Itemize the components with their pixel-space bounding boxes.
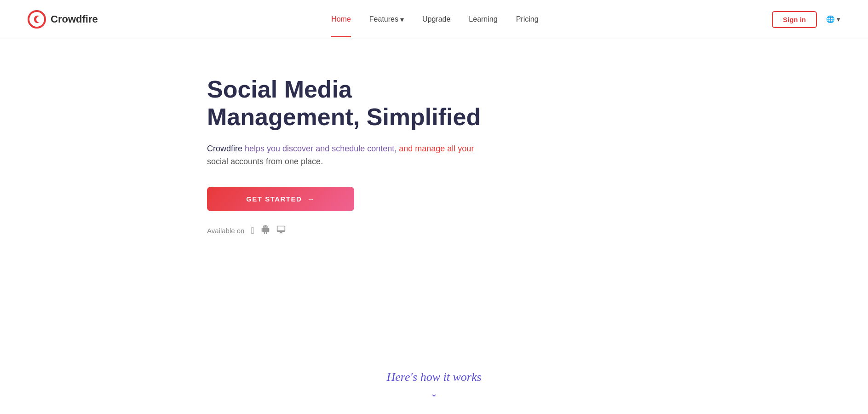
hero-subtitle-part2: helps you discover and schedule content, — [245, 144, 399, 153]
nav-item-learning[interactable]: Learning — [469, 15, 497, 23]
hero-title: Social Media Management, Simplified — [207, 76, 483, 131]
get-started-arrow: → — [307, 195, 315, 203]
sign-in-button[interactable]: Sign in — [772, 11, 817, 28]
nav-item-home[interactable]: Home — [331, 15, 351, 23]
brand-name: Crowdfire — [51, 13, 98, 25]
available-on-label: Available on — [207, 227, 244, 235]
language-selector[interactable]: 🌐 ▾ — [826, 15, 840, 23]
apple-icon:  — [251, 225, 254, 236]
hero-subtitle-brand: Crowdfire — [207, 144, 242, 153]
globe-icon: 🌐 — [826, 15, 835, 23]
logo-area[interactable]: Crowdfire — [28, 10, 98, 29]
crowdfire-logo-icon — [28, 10, 46, 29]
how-it-works-title: Here's how it works — [386, 370, 481, 384]
nav-link-features[interactable]: Features ▾ — [369, 15, 404, 24]
nav-link-learning[interactable]: Learning — [469, 15, 497, 23]
nav-links: Home Features ▾ Upgrade Learning Pricing — [331, 15, 538, 24]
nav-item-features[interactable]: Features ▾ — [369, 15, 404, 24]
available-on-row: Available on  — [207, 225, 286, 236]
svg-point-0 — [29, 11, 45, 28]
lang-dropdown-arrow: ▾ — [837, 15, 840, 23]
nav-item-pricing[interactable]: Pricing — [516, 15, 539, 23]
nav-right: Sign in 🌐 ▾ — [772, 11, 840, 28]
how-it-works-section: Here's how it works ⌄ — [0, 361, 868, 414]
features-dropdown-icon: ▾ — [400, 15, 404, 24]
android-icon — [261, 225, 270, 236]
hero-subtitle-part3: and manage all your — [399, 144, 474, 153]
nav-link-pricing[interactable]: Pricing — [516, 15, 539, 23]
hero-section: Social Media Management, Simplified Crow… — [0, 39, 868, 361]
nav-item-upgrade[interactable]: Upgrade — [422, 15, 450, 23]
get-started-button[interactable]: GET STARTED → — [207, 187, 354, 211]
nav-link-home[interactable]: Home — [331, 15, 351, 37]
hero-subtitle: Crowdfire helps you discover and schedul… — [207, 142, 474, 169]
nav-link-upgrade[interactable]: Upgrade — [422, 15, 450, 23]
chevron-down-icon[interactable]: ⌄ — [431, 389, 437, 399]
desktop-icon — [276, 225, 286, 236]
hero-subtitle-part4: social accounts from one place. — [207, 157, 323, 166]
navbar: Crowdfire Home Features ▾ Upgrade Learni… — [0, 0, 868, 39]
get-started-label: GET STARTED — [246, 195, 302, 203]
